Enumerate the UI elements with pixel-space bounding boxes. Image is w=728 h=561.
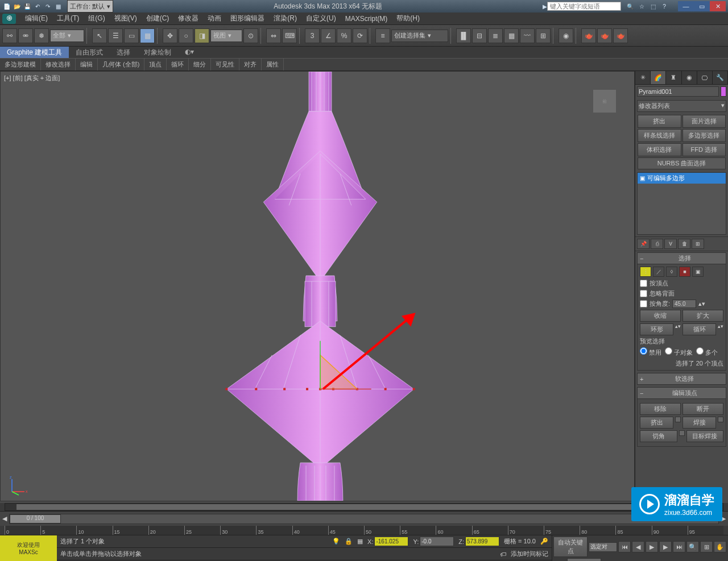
- help-icon[interactable]: ?: [660, 2, 669, 11]
- angle-spinner[interactable]: 45.0: [672, 300, 696, 308]
- tab-motion-icon[interactable]: ◉: [682, 71, 697, 84]
- ribbon-geometry[interactable]: 几何体 (全部): [98, 59, 144, 70]
- extrude-settings-icon[interactable]: [675, 417, 681, 422]
- pivot-icon[interactable]: ⊙: [243, 28, 258, 43]
- render-frame-icon[interactable]: 🫖: [597, 28, 612, 43]
- object-name-input[interactable]: [637, 86, 719, 97]
- menu-rendering[interactable]: 渲染(R): [269, 13, 301, 24]
- maximize-button[interactable]: ▭: [694, 1, 710, 11]
- ribbon-align[interactable]: 对齐: [239, 59, 262, 70]
- quick-vol-select-button[interactable]: 体积选择: [638, 143, 681, 156]
- menu-modifiers[interactable]: 修改器: [173, 13, 203, 24]
- exchange-icon[interactable]: ⬚: [648, 2, 657, 11]
- redo-icon[interactable]: ↷: [43, 2, 52, 11]
- menu-edit[interactable]: 编辑(E): [20, 13, 52, 24]
- preview-off-radio[interactable]: [640, 347, 647, 355]
- viewport-scrollbar-h[interactable]: [5, 503, 723, 511]
- select-rect-icon[interactable]: ▭: [124, 28, 139, 43]
- ribbon-vertices[interactable]: 顶点: [144, 59, 167, 70]
- rotate-icon[interactable]: ○: [179, 28, 193, 43]
- align-icon[interactable]: ⊟: [472, 28, 487, 43]
- ribbon-tab-freeform[interactable]: 自由形式: [69, 47, 110, 58]
- isolate-icon[interactable]: ▦: [357, 538, 363, 545]
- shrink-button[interactable]: 收缩: [640, 310, 681, 322]
- menu-animation[interactable]: 动画: [203, 13, 226, 24]
- snap-2d-icon[interactable]: 3: [305, 28, 320, 43]
- auto-key-button[interactable]: 自动关键点: [553, 537, 588, 557]
- move-icon[interactable]: ✥: [163, 28, 177, 43]
- key-filter-input[interactable]: [589, 542, 617, 552]
- selection-lock-icon[interactable]: 🔒: [345, 538, 353, 545]
- zoom-icon[interactable]: 🔍: [686, 541, 699, 552]
- graphite-toggle-icon[interactable]: ▦: [504, 28, 519, 43]
- select-name-icon[interactable]: ☰: [108, 28, 123, 43]
- subobj-edge-icon[interactable]: ／: [653, 267, 664, 277]
- material-editor-icon[interactable]: ◉: [559, 28, 573, 43]
- key-icon[interactable]: 🔑: [540, 538, 548, 545]
- target-weld-button[interactable]: 目标焊接: [686, 430, 724, 442]
- modifier-list-dropdown[interactable]: 修改器列表▾: [637, 100, 726, 112]
- menu-maxscript[interactable]: MAXScript(M): [341, 14, 392, 24]
- communication-icon[interactable]: ☆: [637, 2, 646, 11]
- pin-stack-icon[interactable]: 📌: [637, 239, 650, 249]
- weld-button[interactable]: 焊接: [682, 417, 716, 429]
- angle-snap-icon[interactable]: ∠: [321, 28, 336, 43]
- time-slider[interactable]: 0 / 100: [9, 514, 719, 524]
- rollout-edit-vert-header[interactable]: −编辑顶点: [637, 387, 726, 399]
- x-coord-input[interactable]: [374, 537, 408, 546]
- y-coord-input[interactable]: [420, 537, 454, 546]
- object-color-swatch[interactable]: [721, 86, 726, 97]
- menu-help[interactable]: 帮助(H): [392, 13, 424, 24]
- tab-display-icon[interactable]: 🖵: [697, 71, 713, 84]
- grow-button[interactable]: 扩大: [682, 310, 723, 322]
- time-tag-icon[interactable]: 🏷: [500, 551, 506, 558]
- help-search-icon[interactable]: 🔍: [626, 2, 635, 11]
- modifier-stack[interactable]: ▣ 可编辑多边形: [637, 172, 726, 235]
- minimize-button[interactable]: —: [678, 1, 694, 11]
- named-sel-icon[interactable]: ≡: [375, 28, 390, 43]
- time-ruler[interactable]: 05101520253035404550556065707580859095: [5, 526, 723, 535]
- expand-icon[interactable]: ▣: [640, 175, 645, 181]
- ref-coord-dropdown[interactable]: 视图▾: [210, 30, 242, 42]
- quick-extrude-button[interactable]: 挤出: [638, 115, 681, 128]
- ribbon-poly-modeling[interactable]: 多边形建模: [0, 59, 41, 70]
- quick-ffd-select-button[interactable]: FFD 选择: [682, 143, 726, 156]
- nurbs-surface-button[interactable]: NURBS 曲面选择: [638, 157, 726, 169]
- select-icon[interactable]: ↖: [92, 28, 107, 43]
- configure-icon[interactable]: ⊞: [692, 239, 704, 249]
- manipulate-icon[interactable]: ⇔: [266, 28, 281, 43]
- named-selection-dropdown[interactable]: 创建选择集▾: [391, 30, 448, 42]
- remove-mod-icon[interactable]: 🗑: [678, 239, 690, 249]
- close-button[interactable]: ✕: [710, 1, 726, 11]
- unlink-icon[interactable]: ⚮: [18, 28, 33, 43]
- link-icon[interactable]: ⚯: [2, 28, 17, 43]
- time-slider-handle[interactable]: 0 / 100: [10, 514, 61, 523]
- ribbon-tab-paint[interactable]: 对象绘制: [137, 47, 178, 58]
- menu-graph-editors[interactable]: 图形编辑器: [226, 13, 269, 24]
- spinner-snap-icon[interactable]: ⟳: [353, 28, 367, 43]
- chamfer-settings-icon[interactable]: [679, 430, 685, 436]
- zoom-all-icon[interactable]: ⊞: [700, 541, 713, 552]
- ribbon-tab-selection[interactable]: 选择: [110, 47, 137, 58]
- percent-snap-icon[interactable]: %: [337, 28, 351, 43]
- quick-spline-select-button[interactable]: 样条线选择: [638, 129, 681, 142]
- workspace-dropdown[interactable]: 工作台: 默认▾: [67, 0, 113, 13]
- remove-button[interactable]: 移除: [640, 403, 681, 415]
- next-frame-icon[interactable]: ▶: [659, 541, 672, 552]
- pan-icon[interactable]: ✋: [714, 541, 726, 552]
- tab-hierarchy-icon[interactable]: ♜: [666, 71, 681, 84]
- subobj-poly-icon[interactable]: ■: [679, 267, 690, 277]
- make-unique-icon[interactable]: ∀: [664, 239, 677, 249]
- selection-filter-dropdown[interactable]: 全部▾: [50, 30, 84, 42]
- keyboard-shortcut-icon[interactable]: ⌨: [282, 28, 297, 43]
- weld-settings-icon[interactable]: [718, 417, 723, 422]
- tab-utilities-icon[interactable]: 🔧: [713, 71, 728, 84]
- ribbon-subdiv[interactable]: 细分: [189, 59, 211, 70]
- layers-icon[interactable]: ≣: [488, 28, 503, 43]
- curve-editor-icon[interactable]: 〰: [520, 28, 535, 43]
- set-key-button[interactable]: 设置关键点: [567, 558, 601, 561]
- save-icon[interactable]: 💾: [23, 2, 32, 11]
- render-icon[interactable]: 🫖: [613, 28, 628, 43]
- open-icon[interactable]: 📂: [13, 2, 22, 11]
- quick-poly-select-button[interactable]: 多边形选择: [682, 129, 726, 142]
